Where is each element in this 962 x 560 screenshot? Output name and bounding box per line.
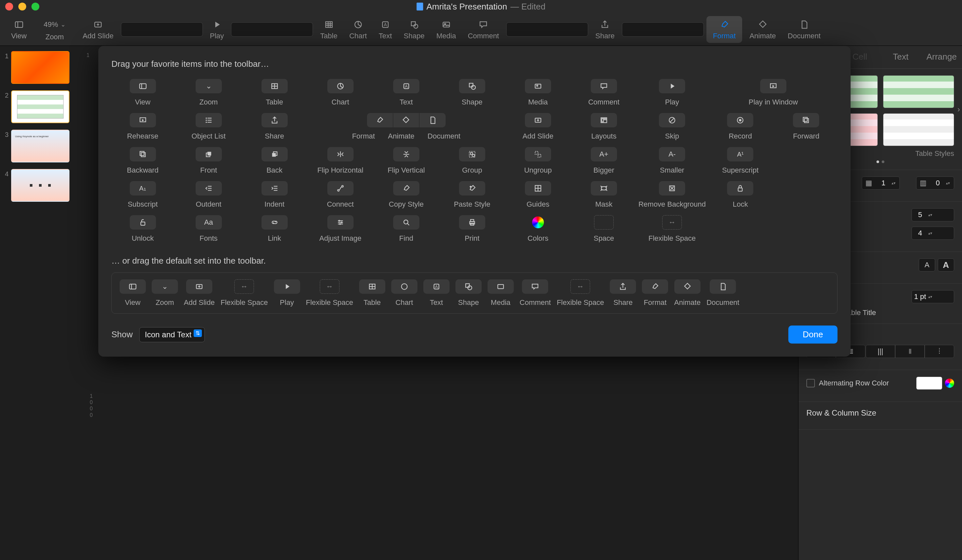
- item-flip-vertical[interactable]: Flip Vertical: [375, 147, 437, 175]
- default-shape[interactable]: Shape: [455, 279, 482, 307]
- item-find[interactable]: Find: [375, 215, 437, 243]
- header-rows-stepper[interactable]: ▦▴▾: [862, 177, 900, 190]
- item-mask[interactable]: Mask: [572, 181, 635, 209]
- rows-stepper[interactable]: ▴▾: [912, 208, 954, 221]
- item-link[interactable]: Link: [243, 215, 306, 243]
- format-button[interactable]: Format: [707, 16, 742, 43]
- window-minimize-icon[interactable]: [18, 3, 26, 10]
- item-smaller[interactable]: A-Smaller: [638, 147, 705, 175]
- item-connect[interactable]: Connect: [309, 181, 371, 209]
- color-wheel-icon[interactable]: [945, 378, 954, 388]
- default-format[interactable]: Format: [642, 279, 668, 307]
- item-skip[interactable]: Skip: [638, 113, 705, 140]
- slide-thumb[interactable]: 3 Using Keynote as a beginner: [3, 130, 84, 163]
- done-button[interactable]: Done: [788, 325, 838, 344]
- table-style-green-2[interactable]: [883, 75, 954, 108]
- item-flip-horizontal[interactable]: Flip Horizontal: [309, 147, 371, 175]
- item-unlock[interactable]: Unlock: [111, 215, 174, 243]
- default-share[interactable]: Share: [610, 279, 636, 307]
- item-group[interactable]: Group: [441, 147, 503, 175]
- item-chart[interactable]: Chart: [309, 79, 371, 106]
- default-zoom[interactable]: ⌄Zoom: [152, 279, 178, 307]
- gridlines-v-3[interactable]: ⦙: [925, 345, 954, 358]
- slide-thumb[interactable]: 2: [3, 90, 84, 123]
- text-button[interactable]: A Text: [374, 19, 397, 40]
- default-media[interactable]: Media: [487, 279, 514, 307]
- default-animate[interactable]: Animate: [674, 279, 701, 307]
- cols-stepper[interactable]: ▴▾: [912, 227, 954, 240]
- media-button[interactable]: Media: [432, 19, 461, 40]
- item-remove-background[interactable]: Remove Background: [638, 181, 705, 209]
- gridlines-v-2[interactable]: ⦀: [895, 345, 925, 358]
- default-flex-3[interactable]: Flexible Space: [557, 279, 604, 307]
- document-seg[interactable]: [420, 113, 445, 127]
- item-print[interactable]: Print: [441, 215, 503, 243]
- default-text[interactable]: AText: [423, 279, 450, 307]
- animate-seg[interactable]: [393, 113, 420, 127]
- item-colors[interactable]: Colors: [507, 215, 569, 243]
- toolbar-field-4[interactable]: [622, 22, 704, 37]
- item-ungroup[interactable]: Ungroup: [507, 147, 569, 175]
- slide-3-thumb[interactable]: Using Keynote as a beginner: [11, 130, 69, 163]
- slide-thumb[interactable]: 1: [3, 51, 84, 84]
- item-bigger[interactable]: A+Bigger: [572, 147, 635, 175]
- zoom-button[interactable]: 49% Zoom: [34, 18, 75, 41]
- view-button[interactable]: View: [6, 19, 31, 40]
- share-button[interactable]: Share: [591, 19, 619, 40]
- item-format-animate-document[interactable]: FormatAnimateDocument: [309, 113, 503, 140]
- default-document[interactable]: Document: [707, 279, 739, 307]
- default-chart[interactable]: Chart: [391, 279, 417, 307]
- item-back[interactable]: Back: [243, 147, 306, 175]
- default-toolbar-set[interactable]: View ⌄Zoom Add Slide Flexible Space Play…: [111, 272, 838, 314]
- item-adjust-image[interactable]: Adjust Image: [309, 215, 371, 243]
- default-comment[interactable]: Comment: [520, 279, 551, 307]
- table-button[interactable]: Table: [316, 19, 342, 40]
- add-slide-button[interactable]: Add Slide: [78, 19, 118, 40]
- slide-4-thumb[interactable]: [11, 169, 69, 202]
- tab-arrange[interactable]: Arrange: [921, 46, 962, 68]
- item-add-slide[interactable]: Add Slide: [507, 113, 569, 140]
- item-zoom[interactable]: ⌄Zoom: [177, 79, 240, 106]
- item-text[interactable]: AText: [375, 79, 437, 106]
- item-guides[interactable]: Guides: [507, 181, 569, 209]
- default-flex-1[interactable]: Flexible Space: [221, 279, 268, 307]
- item-backward[interactable]: Backward: [111, 147, 174, 175]
- cols-value[interactable]: [912, 229, 928, 237]
- default-play[interactable]: Play: [274, 279, 300, 307]
- item-indent[interactable]: Indent: [243, 181, 306, 209]
- item-share[interactable]: Share: [243, 113, 306, 140]
- zoom-dropdown[interactable]: 49%: [38, 18, 71, 31]
- item-space[interactable]: Space: [572, 215, 635, 243]
- item-rehearse[interactable]: Rehearse: [111, 113, 174, 140]
- item-lock[interactable]: Lock: [709, 181, 772, 209]
- window-maximize-icon[interactable]: [31, 3, 39, 10]
- window-close-icon[interactable]: [5, 3, 13, 10]
- item-view[interactable]: View: [111, 79, 174, 106]
- item-layouts[interactable]: Layouts: [572, 113, 635, 140]
- animate-button[interactable]: Animate: [745, 19, 780, 40]
- outline-width-value[interactable]: [912, 293, 928, 301]
- font-bigger-button[interactable]: A: [938, 258, 954, 272]
- header-rows-value[interactable]: [875, 179, 891, 187]
- item-record[interactable]: Record: [709, 113, 772, 140]
- slide-1-thumb[interactable]: [11, 51, 69, 84]
- item-copy-style[interactable]: Copy Style: [375, 181, 437, 209]
- document-button[interactable]: Document: [783, 19, 825, 40]
- default-table[interactable]: Table: [359, 279, 385, 307]
- header-cols-value[interactable]: [930, 179, 946, 187]
- slides-panel[interactable]: 1 2 3 Using Keynote as a beginner 4: [0, 46, 88, 560]
- show-mode-popup[interactable]: Icon and Text: [139, 327, 205, 342]
- alt-row-checkbox[interactable]: Alternating Row Color: [806, 379, 889, 388]
- tab-text[interactable]: Text: [880, 46, 922, 68]
- item-flexible-space[interactable]: Flexible Space: [638, 215, 705, 243]
- comment-button[interactable]: Comment: [463, 19, 504, 40]
- chart-button[interactable]: Chart: [345, 19, 371, 40]
- item-forward[interactable]: Forward: [775, 113, 838, 140]
- toolbar-field-1[interactable]: [121, 22, 203, 37]
- toolbar-field-3[interactable]: [506, 22, 588, 37]
- item-play-in-window[interactable]: Play in Window: [709, 79, 838, 106]
- item-object-list[interactable]: Object List: [177, 113, 240, 140]
- slide-2-thumb[interactable]: [11, 90, 69, 123]
- checkbox-icon[interactable]: [806, 379, 815, 388]
- item-comment[interactable]: Comment: [572, 79, 635, 106]
